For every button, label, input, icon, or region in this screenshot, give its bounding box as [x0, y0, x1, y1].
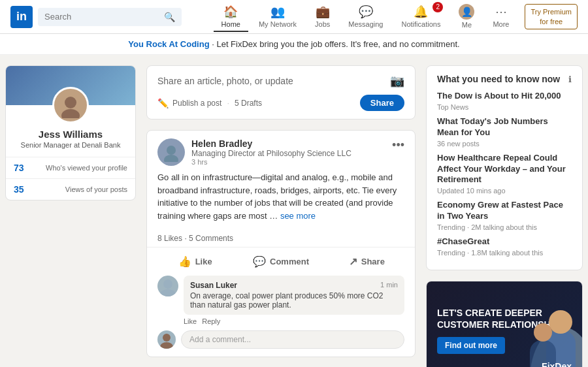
- svg-point-0: [65, 97, 76, 108]
- add-comment-input[interactable]: Add a comment...: [181, 330, 404, 349]
- profile-card: Jess Williams Senior Manager at Denali B…: [5, 65, 136, 200]
- comment-label: Comment: [270, 257, 309, 266]
- linkedin-logo[interactable]: in: [10, 6, 33, 28]
- profile-avatar[interactable]: [52, 87, 89, 123]
- news-item-2[interactable]: What Today's Job Numbers Mean for You 36…: [437, 116, 572, 148]
- try-premium-sub: for free: [531, 17, 572, 26]
- edit-icon: ✏️: [157, 98, 169, 108]
- nav-item-notifications-label: Notifications: [401, 20, 440, 28]
- share-bottom: ✏️ Publish a post · 5 Drafts Share: [157, 95, 404, 111]
- share-box: Share an article, photo, or update 📷 ✏️ …: [146, 65, 416, 120]
- nav-item-messaging[interactable]: 💬 Messaging: [340, 2, 391, 32]
- home-icon: 🏠: [223, 5, 238, 19]
- svg-point-30: [549, 310, 572, 334]
- search-bar[interactable]: 🔍: [38, 8, 182, 26]
- like-button[interactable]: 👍 Like: [152, 250, 238, 273]
- news-card: What you need to know now ℹ The Dow is A…: [426, 65, 583, 270]
- promo-bar: You Rock At Coding · Let FixDex bring yo…: [0, 34, 588, 55]
- profile-name[interactable]: Jess Williams: [6, 129, 135, 140]
- comment-reply-button[interactable]: Reply: [202, 317, 220, 325]
- post-views-num: 35: [14, 184, 24, 195]
- comments-label: 5 Comments: [189, 234, 233, 243]
- drafts-label[interactable]: 5 Drafts: [235, 99, 262, 108]
- my-avatar-small: [157, 330, 176, 349]
- post-stats: 8 Likes · 5 Comments: [147, 230, 415, 247]
- svg-point-7: [160, 342, 173, 349]
- comment-row: Susan Luker 1 min On average, coal power…: [157, 276, 404, 325]
- network-icon: 👥: [270, 5, 285, 19]
- commenter-avatar: [157, 276, 178, 296]
- comment-like-button[interactable]: Like: [184, 317, 197, 325]
- post-views-stat[interactable]: 35 Views of your posts: [6, 179, 135, 200]
- feed: Share an article, photo, or update 📷 ✏️ …: [146, 65, 416, 367]
- promo-text: · Let FixDex bring you the job offers. I…: [212, 39, 459, 49]
- share-placeholder[interactable]: Share an article, photo, or update: [157, 76, 293, 86]
- nav-item-more[interactable]: ⋯ More: [485, 2, 517, 32]
- nav-item-home[interactable]: 🏠 Home: [214, 2, 248, 32]
- news-item-title-1: The Dow is About to Hit 20,000: [437, 91, 572, 102]
- share-top: Share an article, photo, or update 📷: [157, 74, 404, 88]
- nav-item-network[interactable]: 👥 My Network: [251, 2, 304, 32]
- post-author-info: Helen Bradley Managing Director at Philo…: [191, 138, 392, 166]
- right-sidebar: What you need to know now ℹ The Dow is A…: [426, 65, 583, 367]
- comment-icon: 💬: [253, 255, 266, 268]
- info-icon[interactable]: ℹ: [568, 74, 572, 84]
- news-item-1[interactable]: The Dow is About to Hit 20,000 Top News: [437, 91, 572, 111]
- share-divider: ·: [227, 98, 229, 108]
- nav-item-jobs[interactable]: 💼 Jobs: [307, 2, 338, 32]
- svg-point-1: [61, 109, 80, 118]
- try-premium-button[interactable]: Try Premium for free: [525, 4, 578, 29]
- post-text: Go all in on infrastructure—digital and …: [157, 172, 397, 221]
- main-layout: Jess Williams Senior Manager at Denali B…: [0, 55, 588, 367]
- svg-point-2: [167, 146, 176, 155]
- news-item-4[interactable]: Economy Grew at Fastest Pace in Two Year…: [437, 200, 572, 231]
- news-item-sub-2: 36 new posts: [437, 140, 572, 148]
- post-time: 3 hrs: [191, 158, 392, 166]
- messaging-icon: 💬: [359, 5, 373, 19]
- news-item-title-2: What Today's Job Numbers Mean for You: [437, 116, 572, 138]
- news-title: What you need to know now: [437, 74, 560, 84]
- like-icon: 👍: [178, 255, 191, 268]
- post-views-label: Views of your posts: [65, 185, 127, 193]
- nav-item-notifications[interactable]: 2 🔔 Notifications: [393, 2, 448, 32]
- more-icon: ⋯: [495, 5, 507, 19]
- see-more-button[interactable]: see more: [280, 211, 316, 221]
- news-item-3[interactable]: How Healthcare Repeal Could Affect Your …: [437, 153, 572, 195]
- comment-bubble: Susan Luker 1 min On average, coal power…: [184, 276, 404, 315]
- share-button[interactable]: Share: [360, 95, 404, 111]
- profile-views-stat[interactable]: 73 Who's viewed your profile: [6, 157, 135, 179]
- news-header: What you need to know now ℹ: [437, 74, 572, 84]
- post-author-title: Managing Director at Philosophy Science …: [191, 149, 392, 158]
- navbar: in 🔍 🏠 Home 👥 My Network 💼 Jobs 💬 Messag…: [0, 0, 588, 34]
- post-more-button[interactable]: •••: [392, 138, 404, 152]
- commenter-name[interactable]: Susan Luker: [190, 281, 237, 290]
- share-action-button[interactable]: ↗ Share: [324, 250, 410, 273]
- news-item-sub-5: Trending · 1.8M talking about this: [437, 249, 572, 257]
- jobs-icon: 💼: [316, 5, 330, 19]
- news-item-title-4: Economy Grew at Fastest Pace in Two Year…: [437, 200, 572, 222]
- search-input[interactable]: [44, 12, 161, 22]
- nav-item-network-label: My Network: [259, 20, 297, 28]
- share-icon: ↗: [349, 255, 357, 268]
- profile-views-num: 73: [14, 163, 24, 173]
- svg-point-3: [164, 155, 178, 162]
- nav-item-jobs-label: Jobs: [315, 20, 330, 28]
- post-author-name[interactable]: Helen Bradley: [191, 138, 392, 149]
- news-item-sub-1: Top News: [437, 103, 572, 111]
- comment-button[interactable]: 💬 Comment: [238, 250, 323, 273]
- ad-brand-logo: FixDex: [542, 361, 572, 367]
- post-body: Go all in on infrastructure—digital and …: [147, 171, 415, 230]
- nav-item-me[interactable]: 👤 Me: [451, 1, 482, 33]
- camera-icon[interactable]: 📷: [390, 74, 404, 88]
- ad-card: LET'S CREATE DEEPER CUSTOMER RELATIONSHI…: [426, 281, 583, 367]
- ad-cta-button[interactable]: Find out more: [437, 337, 505, 354]
- publish-post-button[interactable]: ✏️ Publish a post: [157, 98, 221, 108]
- promo-highlight[interactable]: You Rock At Coding: [128, 39, 209, 49]
- comment-time: 1 min: [380, 281, 398, 289]
- svg-point-32: [534, 323, 552, 342]
- comments-section: Susan Luker 1 min On average, coal power…: [147, 276, 415, 357]
- news-item-5[interactable]: #ChaseGreat Trending · 1.8M talking abou…: [437, 236, 572, 257]
- post-author-avatar[interactable]: [157, 138, 185, 166]
- notification-badge: 2: [433, 2, 443, 12]
- news-item-title-3: How Healthcare Repeal Could Affect Your …: [437, 153, 572, 186]
